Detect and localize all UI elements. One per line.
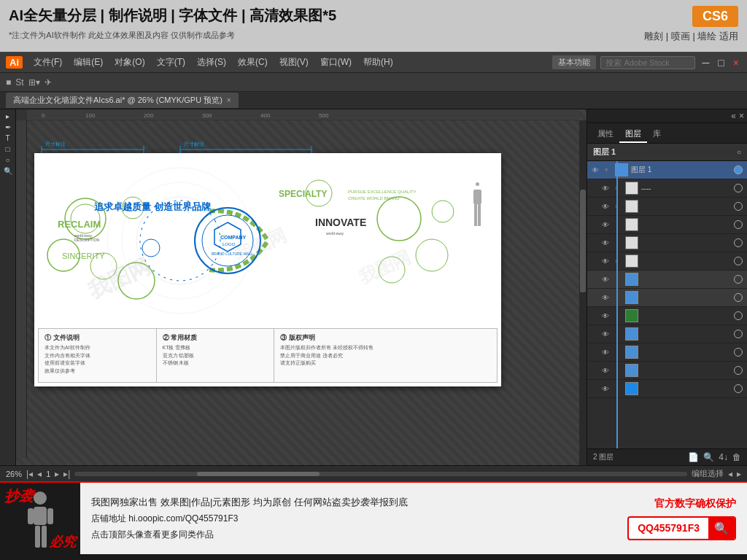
layer-expand-3[interactable]: › <box>615 203 622 210</box>
tool-select[interactable]: ▸ <box>6 112 9 120</box>
menu-window[interactable]: 窗口(W) <box>315 55 357 70</box>
delete-layer-icon[interactable]: 🗑 <box>732 452 741 462</box>
arrow-left-status[interactable]: ◂ <box>728 469 732 479</box>
layer-visibility-3[interactable]: 👁 <box>602 203 612 211</box>
tool-zoom[interactable]: 🔍 <box>4 167 12 175</box>
tool-icon-3[interactable]: ⊞▾ <box>28 77 40 88</box>
layer-circle-12 <box>734 366 743 375</box>
layer-name-1: 图层 1 <box>631 165 731 175</box>
layer-options-icon[interactable]: ○ <box>737 148 741 156</box>
layer-thumb-6 <box>625 254 638 268</box>
h-scroll-track[interactable] <box>74 472 687 476</box>
layer-visibility-9[interactable]: 👁 <box>602 312 612 320</box>
ad-person-image <box>20 491 61 553</box>
tool-icon-1[interactable]: ■ <box>6 77 11 88</box>
layer-circle-8 <box>734 293 743 302</box>
layer-row[interactable]: 👁 <box>587 307 747 325</box>
layer-visibility-7[interactable]: 👁 <box>602 276 612 284</box>
menu-view[interactable]: 视图(V) <box>274 55 314 70</box>
window-maximize[interactable]: □ <box>716 57 726 69</box>
tool-icon-4[interactable]: ✈ <box>44 77 52 88</box>
window-minimize[interactable]: ─ <box>700 57 711 69</box>
status-bar: 26% |◂ ◂ 1 ▸ ▸| 编组选择 ◂ ▸ <box>0 465 747 481</box>
tool-ellipse[interactable]: ○ <box>5 156 9 164</box>
layer-visibility-2[interactable]: 👁 <box>602 184 612 192</box>
menu-help[interactable]: 帮助(H) <box>358 55 398 70</box>
menu-file[interactable]: 文件(F) <box>28 55 67 70</box>
layer-visibility-4[interactable]: 👁 <box>602 221 612 229</box>
layer-expand-1[interactable]: ▾ <box>605 166 612 174</box>
info-body-1: 本文件为AI软件制作文件内含有相关字体使用前请安装字体效果仅供参考 <box>44 344 150 375</box>
layer-row[interactable]: 👁 › <box>587 198 747 216</box>
basic-func-btn[interactable]: 基本功能 <box>552 55 596 69</box>
layer-thumb-13 <box>625 382 638 395</box>
tab-label: 高端企业文化墙源文件AIcs6.ai* @ 26% (CMYK/GPU 预览) <box>13 95 222 106</box>
menu-text[interactable]: 文字(T) <box>152 55 190 70</box>
layer-row[interactable]: 👁 <box>587 234 747 252</box>
layer-visibility-11[interactable]: 👁 <box>602 349 612 357</box>
layer-row[interactable]: 👁 <box>587 216 747 234</box>
tool-icon-2[interactable]: St <box>15 77 23 88</box>
tool-rect[interactable]: □ <box>5 145 9 153</box>
nav-last[interactable]: ▸| <box>63 469 70 479</box>
banner-left: AI全矢量分层 | 制作说明 | 字体文件 | 高清效果图*5 *注:文件为AI… <box>9 6 644 41</box>
ad-banner: 抄袭 必究 我图网独家出售 效果图|作品|元素图形 均为原创 任何网站盗卖抄袭举… <box>0 481 747 554</box>
layer-visibility-5[interactable]: 👁 <box>602 239 612 247</box>
layer-thumb-7 <box>625 273 638 286</box>
layer-row[interactable]: 👁 <box>587 289 747 307</box>
svg-text:200: 200 <box>144 112 154 119</box>
layer-row[interactable]: 👁 <box>587 343 747 362</box>
search-layer-icon[interactable]: 🔍 <box>703 452 714 462</box>
layer-visibility-8[interactable]: 👁 <box>602 294 612 302</box>
svg-point-44 <box>416 239 448 271</box>
layer-row[interactable]: 👁 <box>587 362 747 380</box>
ad-search-icon: 🔍 <box>714 522 729 534</box>
layer-visibility-13[interactable]: 👁 <box>602 385 612 393</box>
layer-expand-6[interactable]: › <box>615 257 622 265</box>
tab-close-btn[interactable]: × <box>227 96 231 104</box>
menu-object[interactable]: 对象(O) <box>109 55 150 70</box>
menu-edit[interactable]: 编辑(E) <box>69 55 108 70</box>
nav-first[interactable]: |◂ <box>26 469 33 479</box>
layer-visibility-10[interactable]: 👁 <box>602 330 612 338</box>
layer-thumb-4 <box>625 218 638 231</box>
collapse-icon[interactable]: « <box>731 111 736 121</box>
layer-row[interactable]: 👁 <box>587 271 747 289</box>
nav-prev[interactable]: ◂ <box>37 469 42 479</box>
tool-pen[interactable]: ✒ <box>5 123 11 131</box>
left-toolbar: ▸ ✒ T □ ○ 🔍 <box>0 109 16 465</box>
h-scroll-thumb[interactable] <box>197 472 320 476</box>
layer-visibility-12[interactable]: 👁 <box>602 367 612 375</box>
layer-expand-2[interactable]: › <box>615 184 622 192</box>
document-tab[interactable]: 高端企业文化墙源文件AIcs6.ai* @ 26% (CMYK/GPU 预览) … <box>6 93 239 108</box>
layer-visibility-6[interactable]: 👁 <box>602 257 612 265</box>
vertical-scrollbar[interactable] <box>579 120 587 465</box>
layers-list[interactable]: 👁 ▾ 图层 1 👁 › ---- 👁 › <box>587 161 747 448</box>
nav-next[interactable]: ▸ <box>55 469 59 479</box>
window-close[interactable]: × <box>731 57 741 69</box>
tab-layers[interactable]: 图层 <box>619 126 647 143</box>
layer-thumb-10 <box>625 327 638 341</box>
layer-row[interactable]: 👁 › <box>587 252 747 271</box>
svg-text:追求卓越质量 创造世界品牌: 追求卓越质量 创造世界品牌 <box>94 201 211 212</box>
menu-effect[interactable]: 效果(C) <box>233 55 273 70</box>
ad-middle-section: 我图网独家出售 效果图|作品|元素图形 均为原创 任何网站盗卖抄袭举报到底 店铺… <box>80 483 601 554</box>
tab-library[interactable]: 库 <box>647 126 667 143</box>
arrow-right-status[interactable]: ▸ <box>737 469 741 479</box>
menu-select[interactable]: 选择(S) <box>192 55 231 70</box>
layer-row[interactable]: 👁 <box>587 380 747 398</box>
tab-properties[interactable]: 属性 <box>592 126 619 143</box>
layer-visibility-1[interactable]: 👁 <box>592 166 602 174</box>
layer-row[interactable]: 👁 ▾ 图层 1 <box>587 161 747 179</box>
close-panel-icon[interactable]: × <box>739 111 744 121</box>
ad-search-button[interactable]: 🔍 <box>708 518 735 539</box>
tool-type[interactable]: T <box>5 134 9 142</box>
lock-layer-icon[interactable]: 4↓ <box>719 452 728 462</box>
adobe-stock-search[interactable] <box>600 56 695 69</box>
svg-rect-55 <box>34 507 47 525</box>
layer-row[interactable]: 👁 › ---- <box>587 179 747 198</box>
svg-rect-50 <box>478 204 481 226</box>
layer-row[interactable]: 👁 <box>587 325 747 343</box>
new-layer-icon[interactable]: 📄 <box>688 452 699 462</box>
v-scroll-thumb[interactable] <box>580 190 586 293</box>
